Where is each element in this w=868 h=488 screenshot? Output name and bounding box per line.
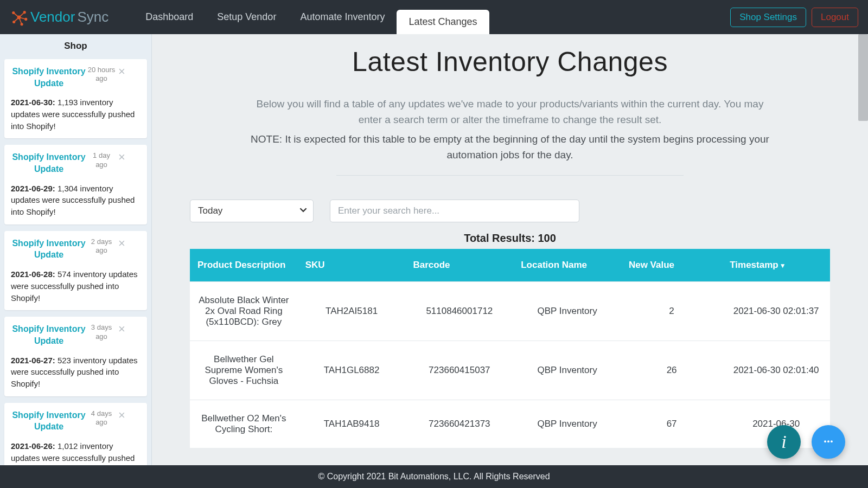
top-nav: VendorSync Dashboard Setup Vendor Automa… (0, 0, 868, 34)
brand-network-icon (10, 8, 28, 27)
svg-line-4 (19, 12, 24, 17)
cell-product-description: Bellwether Gel Supreme Women's Gloves - … (190, 341, 298, 400)
notification-card: Shopify Inventory Update20 hours ago×202… (4, 59, 147, 138)
notification-body: 2021-06-29: 1,304 inventory updates were… (11, 183, 141, 218)
filter-bar: Today (190, 200, 830, 222)
cell-new-value: 67 (621, 400, 722, 448)
scrollbar-thumb[interactable] (858, 34, 868, 121)
cell-sku: TAH2AI5181 (298, 281, 406, 341)
notification-title[interactable]: Shopify Inventory Update (11, 323, 87, 346)
inventory-changes-table: Product Description SKU Barcode Location… (190, 249, 830, 448)
total-results: Total Results: 100 (190, 232, 830, 245)
search-input[interactable] (330, 200, 579, 222)
section-divider (336, 175, 684, 176)
cell-timestamp: 2021-06-30 02:01:37 (722, 281, 830, 341)
intro-text: Below you will find a table of any updat… (244, 96, 776, 128)
notification-title[interactable]: Shopify Inventory Update (11, 409, 87, 433)
timeframe-select[interactable]: Today (190, 200, 314, 222)
cell-product-description: Absolute Black Winter 2x Oval Road Ring … (190, 281, 298, 341)
cell-location: QBP Inventory (513, 400, 621, 448)
cell-product-description: Bellwether O2 Men's Cycling Short: (190, 400, 298, 448)
cell-new-value: 26 (621, 341, 722, 400)
col-sku[interactable]: SKU (298, 249, 406, 282)
nav-links: Dashboard Setup Vendor Automate Inventor… (133, 0, 489, 34)
notification-card: Shopify Inventory Update2 days ago×2021-… (4, 231, 147, 310)
close-icon[interactable]: × (116, 66, 127, 78)
svg-point-13 (831, 440, 833, 442)
sidebar-title: Shop (0, 34, 151, 59)
cell-timestamp: 2021-06-30 02:01:40 (722, 341, 830, 400)
svg-point-11 (824, 440, 826, 442)
cell-location: QBP Inventory (513, 341, 621, 400)
chat-fab[interactable] (812, 425, 845, 459)
notification-body: 2021-06-27: 523 inventory updates were s… (11, 355, 141, 390)
notification-time: 4 days ago (87, 409, 116, 427)
brand-logo[interactable]: VendorSync (10, 8, 108, 27)
notification-body: 2021-06-28: 574 inventory updates were s… (11, 268, 141, 304)
notifications-sidebar: Shop Shopify Inventory Update20 hours ag… (0, 34, 152, 465)
cell-location: QBP Inventory (513, 281, 621, 341)
note-text: NOTE: It is expected for this table to b… (244, 131, 776, 163)
close-icon[interactable]: × (116, 151, 127, 163)
nav-latest-changes[interactable]: Latest Changes (397, 10, 489, 34)
notification-card: Shopify Inventory Update3 days ago×2021-… (4, 317, 147, 396)
close-icon[interactable]: × (116, 409, 127, 421)
svg-point-12 (827, 440, 829, 442)
col-product-description[interactable]: Product Description (190, 249, 298, 282)
shop-settings-button[interactable]: Shop Settings (730, 8, 806, 27)
notification-time: 2 days ago (87, 237, 116, 255)
nav-dashboard[interactable]: Dashboard (133, 0, 205, 34)
brand-text-1: Vendor (30, 9, 75, 25)
notification-body: 2021-06-26: 1,012 inventory updates were… (11, 440, 141, 465)
cell-barcode: 5110846001712 (405, 281, 513, 341)
table-row: Bellwether Gel Supreme Women's Gloves - … (190, 341, 830, 400)
chat-bubble-icon (819, 433, 838, 451)
notification-time: 1 day ago (87, 151, 116, 169)
nav-automate-inventory[interactable]: Automate Inventory (288, 0, 397, 34)
cell-new-value: 2 (621, 281, 722, 341)
cell-sku: TAH1GL6882 (298, 341, 406, 400)
table-row: Absolute Black Winter 2x Oval Road Ring … (190, 281, 830, 341)
col-barcode[interactable]: Barcode (405, 249, 513, 282)
page-title: Latest Inventory Changes (190, 46, 830, 78)
nav-setup-vendor[interactable]: Setup Vendor (205, 0, 288, 34)
notification-title[interactable]: Shopify Inventory Update (11, 66, 87, 89)
col-new-value[interactable]: New Value (621, 249, 722, 282)
notification-title[interactable]: Shopify Inventory Update (11, 151, 87, 175)
cell-barcode: 723660421373 (405, 400, 513, 448)
cell-sku: TAH1AB9418 (298, 400, 406, 448)
notification-card: Shopify Inventory Update1 day ago×2021-0… (4, 145, 147, 224)
col-timestamp[interactable]: Timestamp (722, 249, 830, 282)
svg-line-2 (14, 12, 19, 17)
svg-line-10 (14, 17, 19, 22)
notification-body: 2021-06-30: 1,193 inventory updates were… (11, 97, 141, 132)
notification-time: 20 hours ago (87, 66, 116, 84)
info-fab[interactable]: i (767, 425, 801, 459)
main-content: Latest Inventory Changes Below you will … (152, 34, 868, 465)
notification-time: 3 days ago (87, 323, 116, 341)
notification-card: Shopify Inventory Update4 days ago×2021-… (4, 403, 147, 465)
logout-button[interactable]: Logout (812, 8, 858, 27)
table-row: Bellwether O2 Men's Cycling Short:TAH1AB… (190, 400, 830, 448)
brand-text-2: Sync (77, 9, 108, 25)
cell-barcode: 723660415037 (405, 341, 513, 400)
close-icon[interactable]: × (116, 323, 127, 335)
col-location-name[interactable]: Location Name (513, 249, 621, 282)
close-icon[interactable]: × (116, 237, 127, 249)
footer: © Copyright 2021 Bit Automations, LLC. A… (0, 465, 868, 488)
notification-title[interactable]: Shopify Inventory Update (11, 237, 87, 261)
